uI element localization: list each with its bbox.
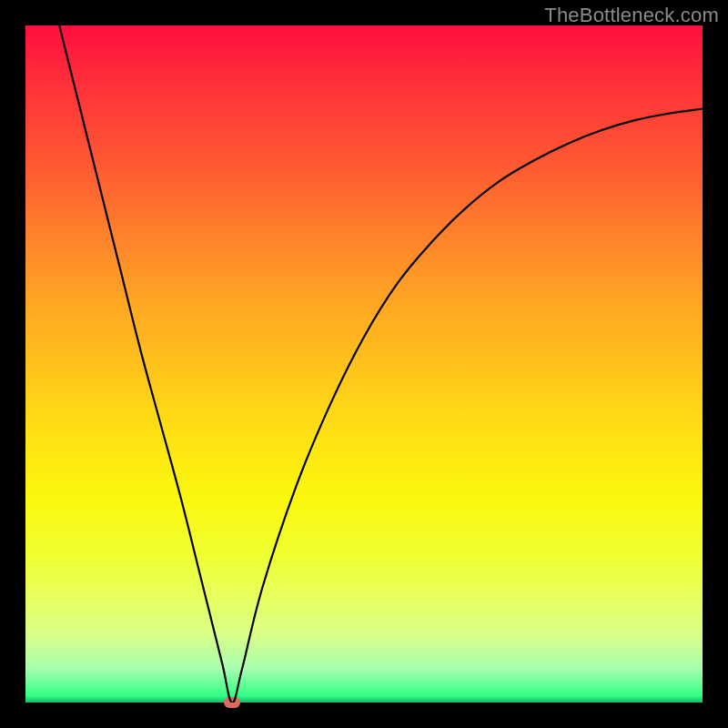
watermark-text: TheBottleneck.com (544, 4, 719, 27)
bottleneck-curve (25, 25, 703, 703)
chart-frame: TheBottleneck.com (0, 0, 728, 728)
plot-area (25, 25, 703, 703)
